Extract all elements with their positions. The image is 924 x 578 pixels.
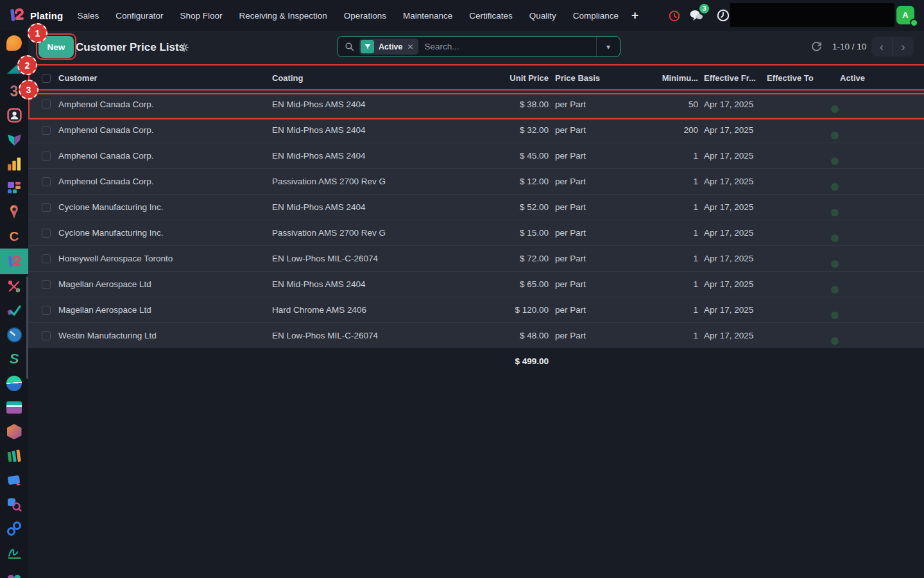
table-row[interactable]: Cyclone Manufacturing Inc. EN Mid-Phos A… — [28, 194, 924, 220]
avatar[interactable]: A — [896, 6, 914, 24]
cell-price-basis: per Part — [549, 177, 634, 186]
nav-item-shop-floor[interactable]: Shop Floor — [180, 11, 222, 21]
dock-item-insights[interactable] — [0, 152, 28, 176]
nav-item-maintenance[interactable]: Maintenance — [403, 11, 452, 21]
table-row[interactable]: Magellan Aerospace Ltd Hard Chrome AMS 2… — [28, 297, 924, 322]
col-effective-to[interactable]: Effective To — [767, 73, 834, 83]
alarm-clock-icon[interactable] — [666, 7, 683, 24]
cell-minimum: 200 — [634, 125, 698, 135]
next-page-button[interactable]: › — [893, 37, 914, 57]
table-row[interactable]: Amphenol Canada Corp. EN Mid-Phos AMS 24… — [28, 143, 924, 168]
table-row[interactable]: Honeywell Aerospace Toronto EN Low-Phos … — [28, 245, 924, 271]
search-input[interactable] — [418, 42, 596, 51]
table-row[interactable]: Magellan Aerospace Ltd EN Mid-Phos AMS 2… — [28, 271, 924, 297]
dock-item-kanban[interactable] — [0, 176, 28, 200]
search-dropdown-caret-icon[interactable]: ▾ — [596, 37, 620, 57]
settings-gear-icon[interactable] — [179, 42, 189, 53]
dock-item-chat[interactable] — [0, 31, 28, 55]
table-row[interactable]: Westin Manufacturing Ltd EN Low-Phos MIL… — [28, 322, 924, 348]
row-checkbox[interactable] — [42, 280, 51, 289]
dock-item-defects[interactable] — [0, 128, 28, 152]
new-button[interactable]: New — [38, 36, 74, 58]
cell-price-basis: per Part — [549, 151, 634, 161]
nav-item-receiving-inspection[interactable]: Receiving & Inspection — [239, 11, 327, 21]
dock-item-tasks[interactable] — [0, 299, 28, 323]
cell-minimum: 1 — [634, 254, 698, 263]
select-all-checkbox[interactable] — [42, 74, 51, 83]
dock-item-files[interactable] — [0, 396, 28, 420]
prev-page-button[interactable]: ‹ — [871, 37, 893, 57]
cell-coating: EN Mid-Phos AMS 2404 — [272, 151, 492, 161]
col-minimum[interactable]: Minimu... — [634, 73, 698, 83]
cell-effective-from: Apr 17, 2025 — [698, 279, 767, 289]
dock-item-time[interactable] — [0, 323, 28, 347]
dock-item-maps[interactable] — [0, 200, 28, 225]
dock-item-devices[interactable] — [0, 468, 28, 493]
row-checkbox[interactable] — [42, 331, 51, 340]
row-checkbox[interactable] — [42, 100, 51, 109]
dock-item-builder[interactable] — [0, 419, 28, 444]
dock-scrollbar[interactable] — [26, 276, 28, 379]
nav-item-sales[interactable]: Sales — [77, 11, 99, 21]
cell-effective-from: Apr 17, 2025 — [698, 254, 767, 263]
dock-item-s-app[interactable]: S — [0, 347, 28, 371]
shape-search-icon — [6, 496, 22, 512]
refresh-icon[interactable] — [810, 40, 823, 53]
dock-item-sign[interactable] — [0, 541, 28, 565]
dock-item-integrations[interactable] — [0, 516, 28, 541]
cell-effective-from: Apr 17, 2025 — [698, 100, 767, 109]
dock-item-web[interactable] — [0, 371, 28, 396]
row-checkbox[interactable] — [42, 306, 51, 315]
cell-unit-price: $ 15.00 — [492, 228, 549, 238]
search-bar[interactable]: Active ✕ ▾ — [337, 36, 620, 57]
row-checkbox[interactable] — [42, 254, 51, 263]
dock-item-more[interactable] — [0, 565, 28, 578]
table-row[interactable]: Cyclone Manufacturing Inc. Passivation A… — [28, 220, 924, 245]
nav-menu: Sales Configurator Shop Floor Receiving … — [77, 11, 619, 21]
filter-chip-active[interactable]: Active ✕ — [359, 39, 418, 55]
dock-item-contacts[interactable] — [0, 103, 28, 128]
cell-customer: Honeywell Aerospace Toronto — [58, 254, 272, 263]
nav-item-operations[interactable]: Operations — [344, 11, 386, 21]
brand[interactable]: Plating — [8, 6, 63, 25]
page-toolbar: New Customer Price Lists — [28, 31, 924, 65]
table-row[interactable]: Amphenol Canada Corp. EN Mid-Phos AMS 24… — [28, 117, 924, 143]
filter-chip-close-icon[interactable]: ✕ — [407, 42, 414, 51]
row-checkbox[interactable] — [42, 229, 51, 238]
cell-price-basis: per Part — [549, 279, 634, 289]
stacked-bars-icon — [6, 401, 22, 414]
search-icon — [344, 41, 355, 52]
col-customer[interactable]: Customer — [58, 73, 272, 83]
col-coating[interactable]: Coating — [272, 73, 492, 83]
add-workspace-button[interactable]: + — [631, 8, 638, 22]
cell-customer: Amphenol Canada Corp. — [58, 151, 272, 161]
row-checkbox[interactable] — [42, 203, 51, 212]
nav-item-compliance[interactable]: Compliance — [573, 11, 619, 21]
dock-item-number3[interactable]: 3 — [0, 79, 28, 103]
nav-item-certificates[interactable]: Certificates — [469, 11, 513, 21]
chat-badge: 3 — [699, 4, 709, 13]
col-active[interactable]: Active — [834, 73, 924, 83]
dock-item-inspect[interactable] — [0, 492, 28, 516]
row-checkbox[interactable] — [42, 126, 51, 135]
table-row[interactable]: Amphenol Canada Corp. EN Mid-Phos AMS 24… — [28, 91, 924, 117]
nav-item-quality[interactable]: Quality — [529, 11, 556, 21]
dock-item-cut[interactable] — [0, 274, 28, 299]
time-clock-icon[interactable] — [715, 7, 732, 24]
dock-item-library[interactable] — [0, 444, 28, 468]
table-row[interactable]: Amphenol Canada Corp. Passivation AMS 27… — [28, 168, 924, 194]
chat-notifications-icon[interactable]: 3 — [688, 7, 705, 24]
col-unit-price[interactable]: Unit Price — [492, 73, 549, 83]
letter-c-icon: C — [9, 229, 19, 244]
dock-item-c-app[interactable]: C — [0, 225, 28, 249]
row-checkbox[interactable] — [42, 152, 51, 161]
col-price-basis[interactable]: Price Basis — [549, 73, 634, 83]
dock-item-plating-active[interactable] — [0, 249, 28, 274]
chat-bubble-icon — [6, 35, 22, 51]
book-stack-icon — [6, 449, 22, 463]
row-checkbox[interactable] — [42, 177, 51, 186]
nav-item-configurator[interactable]: Configurator — [116, 11, 163, 21]
dock-item-draw[interactable] — [0, 55, 28, 80]
cell-price-basis: per Part — [549, 125, 634, 135]
col-effective-from[interactable]: Effective Fr... — [698, 73, 767, 83]
